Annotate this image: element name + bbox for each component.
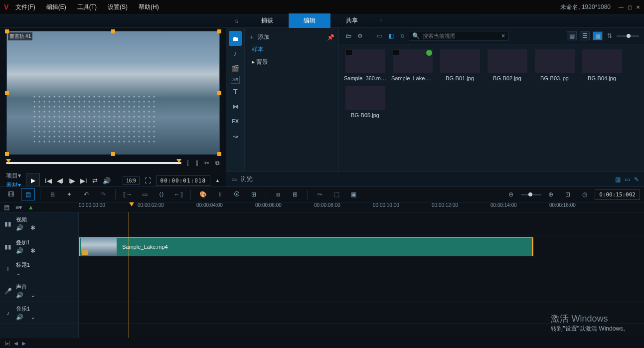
add-folder-label[interactable]: 添加	[258, 33, 270, 41]
mute-icon[interactable]: 🔊	[16, 224, 23, 231]
mark-in-button[interactable]: ⟦	[186, 160, 189, 167]
zoom-in-icon[interactable]: ⊕	[544, 188, 558, 200]
loop-icon[interactable]: ⇄	[92, 177, 98, 184]
mute-icon[interactable]: 🔊	[16, 292, 23, 299]
time-ruler[interactable]: 00:00:00:0000:00:02:0000:00:04:0000:00:0…	[79, 202, 644, 212]
resize-handle-icon[interactable]	[111, 152, 115, 156]
timeline-clip[interactable]: Sample_Lake.mp4	[79, 237, 533, 256]
fx-tab-icon[interactable]: FX	[229, 114, 242, 129]
timecode-dropdown-icon[interactable]: ▲	[215, 178, 220, 183]
track-nav-icon[interactable]: |▸|	[5, 341, 10, 346]
menu-settings[interactable]: 设置(S)	[104, 1, 132, 13]
audio-icon[interactable]: ⫴	[213, 188, 227, 200]
timeline-view-icon[interactable]: ▤	[21, 188, 35, 200]
track-header-voice[interactable]: 🎤 声音 🔊⌄	[0, 280, 78, 302]
view-thumb-icon[interactable]: ▦	[593, 31, 603, 40]
grid-icon[interactable]: ⊞	[288, 188, 302, 200]
color-icon[interactable]: 🎨	[196, 188, 210, 200]
import-icon[interactable]: 🗁	[344, 31, 353, 41]
track-header-title[interactable]: T 标题1 ⌄	[0, 258, 78, 280]
track-header-video[interactable]: ▮▮ 视频 🔊✱	[0, 212, 78, 235]
tab-share[interactable]: 共享	[331, 13, 373, 28]
playhead-line[interactable]	[129, 212, 129, 338]
mute-icon[interactable]: 🔊	[16, 247, 23, 254]
pan-icon[interactable]: ▣	[346, 188, 360, 200]
browse-label[interactable]: 浏览	[241, 175, 253, 183]
redo-icon[interactable]: ↷	[96, 188, 110, 200]
close-icon[interactable]: ✕	[636, 4, 640, 10]
search-input[interactable]	[423, 33, 498, 39]
home-icon[interactable]: ⌂	[226, 14, 246, 27]
step-fwd-icon[interactable]: I▶	[68, 177, 75, 184]
mark-out-icon[interactable]	[176, 159, 181, 163]
clock-icon[interactable]: ◷	[578, 188, 592, 200]
video-tab-icon[interactable]: 🎬	[229, 61, 242, 76]
panel-layout-2-icon[interactable]: ▭	[625, 176, 630, 183]
media-thumb[interactable]: Sample_360.mp4	[344, 49, 386, 81]
panel-layout-1-icon[interactable]: ▥	[615, 176, 621, 183]
panel-edit-icon[interactable]: ✎	[634, 176, 639, 183]
media-tab-icon[interactable]: 🖿	[229, 31, 242, 46]
trim-end-icon[interactable]: ←⟧	[171, 188, 185, 200]
zoom-slider[interactable]	[521, 194, 541, 195]
browse-icon[interactable]: ▭	[231, 176, 237, 183]
collapse-icon[interactable]: ⌄	[16, 270, 21, 277]
track-header-music[interactable]: ♪ 音乐1 🔊⌄	[0, 302, 78, 324]
filter-photo-icon[interactable]: ◧	[387, 31, 395, 41]
media-thumb[interactable]: BG-B03.jpg	[533, 49, 576, 81]
motion-icon[interactable]: ⤳	[313, 188, 326, 200]
mark-out-button[interactable]: ⟧	[195, 160, 198, 167]
preview-timecode[interactable]: 00:00:01:018	[156, 175, 210, 186]
menu-tools[interactable]: 工具(T)	[73, 1, 101, 13]
menu-file[interactable]: 文件(F)	[11, 1, 39, 13]
split-icon[interactable]: ✂	[204, 160, 209, 167]
view-detail-icon[interactable]: ▤	[567, 31, 577, 40]
menu-help[interactable]: 帮助(H)	[135, 1, 163, 13]
resize-handle-icon[interactable]	[5, 29, 9, 33]
tab-capture[interactable]: 捕获	[246, 13, 289, 28]
playhead-icon[interactable]	[129, 202, 135, 206]
go-start-icon[interactable]: I◀	[45, 177, 52, 184]
mode-project[interactable]: 项目▾	[6, 172, 21, 180]
play-button[interactable]: ▶	[26, 174, 40, 187]
media-thumb[interactable]: BG-B01.jpg	[439, 49, 481, 81]
lock-icon[interactable]: ✱	[30, 224, 35, 231]
media-thumb[interactable]: BG-B02.jpg	[486, 49, 528, 81]
resize-handle-icon[interactable]	[5, 152, 9, 156]
step-back-icon[interactable]: ◀I	[57, 177, 64, 184]
folder-sample[interactable]: 样本	[248, 43, 335, 56]
aspect-ratio[interactable]: 16:9	[123, 176, 139, 185]
preview-viewport[interactable]: 覆盖轨 #1	[6, 31, 220, 155]
storyboard-view-icon[interactable]: 🎞	[4, 188, 18, 200]
resize-handle-icon[interactable]	[5, 91, 9, 95]
collapse-icon[interactable]: ⌄	[30, 292, 35, 299]
tools-icon[interactable]: ✦	[62, 188, 76, 200]
undo-icon[interactable]: ↶	[79, 188, 93, 200]
trim-start-icon[interactable]: ⟦→	[121, 188, 135, 200]
upload-icon[interactable]: ↑	[373, 17, 388, 24]
transition-tab-icon[interactable]: ⧓	[229, 99, 242, 114]
lock-icon[interactable]: ✱	[30, 247, 35, 254]
go-end-icon[interactable]: ▶I	[80, 177, 87, 184]
add-icon[interactable]: ＋	[249, 33, 255, 41]
folder-background[interactable]: ▸ 背景	[248, 56, 335, 68]
path-tab-icon[interactable]: ↝	[229, 129, 242, 144]
scroll-left-icon[interactable]: ◀	[14, 341, 18, 346]
fit-icon[interactable]: ⊡	[561, 188, 575, 200]
track-menu-icon[interactable]: ▤	[4, 204, 9, 211]
maximize-icon[interactable]: ▢	[628, 4, 632, 10]
clear-search-icon[interactable]: ×	[501, 32, 505, 39]
media-thumb[interactable]: BG-B04.jpg	[581, 49, 623, 81]
resize-handle-icon[interactable]	[217, 29, 221, 33]
copy-icon[interactable]: ⎘	[45, 188, 59, 200]
audio-tab-icon[interactable]: ♪	[229, 46, 242, 61]
title-tab-icon[interactable]: T	[229, 84, 242, 99]
mark-in-icon[interactable]	[6, 159, 11, 163]
menu-edit[interactable]: 编辑(E)	[42, 1, 70, 13]
record-icon[interactable]: ⦿	[230, 188, 244, 200]
pin-icon[interactable]: 📌	[327, 34, 334, 41]
resize-handle-icon[interactable]	[111, 29, 115, 33]
fullscreen-icon[interactable]: ⛶	[145, 177, 151, 184]
snapshot-icon[interactable]: ⧉	[215, 160, 220, 167]
text-tab-icon[interactable]: AB	[231, 76, 240, 84]
